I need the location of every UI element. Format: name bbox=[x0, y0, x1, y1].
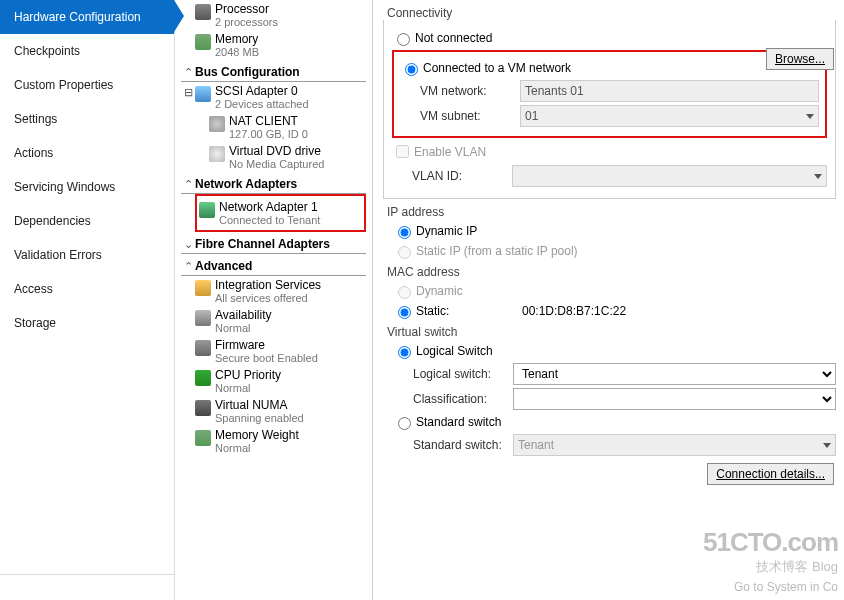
section-network-adapters[interactable]: ⌃Network Adapters bbox=[181, 174, 366, 194]
radio-logical-switch-label: Logical Switch bbox=[416, 344, 493, 358]
tree-cpu-priority[interactable]: CPU PriorityNormal bbox=[195, 366, 366, 396]
watermark-logo: 51CTO.com bbox=[703, 527, 838, 558]
nav-access[interactable]: Access bbox=[0, 272, 174, 306]
radio-connected[interactable]: Connected to a VM network bbox=[400, 60, 819, 76]
vm-subnet-label: VM subnet: bbox=[420, 109, 520, 123]
radio-dynamic-ip-input[interactable] bbox=[398, 226, 411, 239]
radio-dynamic-ip-label: Dynamic IP bbox=[416, 224, 477, 238]
radio-connected-label: Connected to a VM network bbox=[423, 61, 571, 75]
nav-validation-errors[interactable]: Validation Errors bbox=[0, 238, 174, 272]
hardware-tree: Processor2 processors Memory2048 MB ⌃Bus… bbox=[175, 0, 373, 600]
tree-nat-client[interactable]: NAT CLIENT127.00 GB, ID 0 bbox=[209, 112, 366, 142]
tree-virtual-numa[interactable]: Virtual NUMASpanning enabled bbox=[195, 396, 366, 426]
radio-logical-switch[interactable]: Logical Switch bbox=[393, 343, 836, 359]
browse-button[interactable]: Browse... bbox=[766, 48, 834, 70]
vlan-id-dropdown bbox=[512, 165, 827, 187]
expand-icon[interactable]: ⌄ bbox=[181, 238, 195, 251]
enable-vlan-checkbox bbox=[396, 145, 409, 158]
memory-icon bbox=[195, 430, 211, 446]
left-navigation: Hardware Configuration Checkpoints Custo… bbox=[0, 0, 175, 600]
vm-subnet-dropdown[interactable]: 01 bbox=[520, 105, 819, 127]
tree-firmware[interactable]: FirmwareSecure boot Enabled bbox=[195, 336, 366, 366]
collapse-icon[interactable]: ⌃ bbox=[181, 66, 195, 79]
classification-label: Classification: bbox=[413, 392, 513, 406]
scsi-icon bbox=[195, 86, 211, 102]
radio-static-ip-input bbox=[398, 246, 411, 259]
radio-connected-input[interactable] bbox=[405, 63, 418, 76]
section-advanced[interactable]: ⌃Advanced bbox=[181, 256, 366, 276]
collapse-icon[interactable]: ⌃ bbox=[181, 260, 195, 273]
radio-standard-switch-input[interactable] bbox=[398, 417, 411, 430]
system-hint: Go to System in Co bbox=[734, 580, 838, 594]
tree-memory[interactable]: Memory2048 MB bbox=[195, 30, 366, 60]
numa-icon bbox=[195, 400, 211, 416]
connectivity-legend: Connectivity bbox=[383, 6, 836, 20]
vm-network-label: VM network: bbox=[420, 84, 520, 98]
radio-dynamic-mac: Dynamic bbox=[393, 283, 836, 299]
collapse-icon[interactable]: ⌃ bbox=[181, 178, 195, 191]
disk-icon bbox=[209, 116, 225, 132]
mac-address-legend: MAC address bbox=[383, 265, 836, 279]
radio-not-connected[interactable]: Not connected bbox=[392, 30, 827, 46]
vm-network-value: Tenants 01 bbox=[520, 80, 819, 102]
mac-address-value: 00:1D:D8:B7:1C:22 bbox=[522, 304, 626, 318]
tree-network-adapter-1[interactable]: Network Adapter 1Connected to Tenant bbox=[195, 194, 366, 232]
radio-standard-switch[interactable]: Standard switch bbox=[393, 414, 836, 430]
cpu-icon bbox=[195, 370, 211, 386]
enable-vlan-label: Enable VLAN bbox=[414, 145, 486, 159]
section-fibre-channel[interactable]: ⌄Fibre Channel Adapters bbox=[181, 234, 366, 254]
radio-static-ip-label: Static IP (from a static IP pool) bbox=[416, 244, 578, 258]
nav-settings[interactable]: Settings bbox=[0, 102, 174, 136]
radio-static-ip: Static IP (from a static IP pool) bbox=[393, 243, 836, 259]
virtual-switch-legend: Virtual switch bbox=[383, 325, 836, 339]
availability-icon bbox=[195, 310, 211, 326]
memory-icon bbox=[195, 34, 211, 50]
dvd-icon bbox=[209, 146, 225, 162]
standard-switch-dropdown: Tenant bbox=[513, 434, 836, 456]
radio-static-mac-input[interactable] bbox=[398, 306, 411, 319]
tree-memory-weight[interactable]: Memory WeightNormal bbox=[195, 426, 366, 456]
nav-storage[interactable]: Storage bbox=[0, 306, 174, 340]
expand-icon[interactable]: ⊟ bbox=[181, 86, 195, 99]
highlighted-vm-network-box: Connected to a VM network VM network: Te… bbox=[392, 50, 827, 138]
services-icon bbox=[195, 280, 211, 296]
nav-checkpoints[interactable]: Checkpoints bbox=[0, 34, 174, 68]
nav-servicing-windows[interactable]: Servicing Windows bbox=[0, 170, 174, 204]
details-pane: Connectivity Not connected Connected to … bbox=[373, 0, 844, 600]
connection-details-button[interactable]: Connection details... bbox=[707, 463, 834, 485]
nav-hardware-configuration[interactable]: Hardware Configuration bbox=[0, 0, 174, 34]
tree-availability[interactable]: AvailabilityNormal bbox=[195, 306, 366, 336]
radio-dynamic-mac-label: Dynamic bbox=[416, 284, 463, 298]
nav-dependencies[interactable]: Dependencies bbox=[0, 204, 174, 238]
watermark-sub: 技术博客 Blog bbox=[703, 558, 838, 576]
radio-dynamic-mac-input bbox=[398, 286, 411, 299]
radio-logical-switch-input[interactable] bbox=[398, 346, 411, 359]
processor-icon bbox=[195, 4, 211, 20]
tree-scsi-adapter[interactable]: ⊟ SCSI Adapter 02 Devices attached bbox=[181, 82, 366, 112]
tree-integration-services[interactable]: Integration ServicesAll services offered bbox=[195, 276, 366, 306]
radio-not-connected-input[interactable] bbox=[397, 33, 410, 46]
firmware-icon bbox=[195, 340, 211, 356]
nic-icon bbox=[199, 202, 215, 218]
ip-address-legend: IP address bbox=[383, 205, 836, 219]
tree-virtual-dvd[interactable]: Virtual DVD driveNo Media Captured bbox=[209, 142, 366, 172]
standard-switch-label: Standard switch: bbox=[413, 438, 513, 452]
radio-not-connected-label: Not connected bbox=[415, 31, 492, 45]
radio-static-mac-label: Static: bbox=[416, 304, 492, 318]
logical-switch-dropdown[interactable]: Tenant bbox=[513, 363, 836, 385]
nav-custom-properties[interactable]: Custom Properties bbox=[0, 68, 174, 102]
watermark: 51CTO.com 技术博客 Blog bbox=[703, 527, 838, 576]
enable-vlan-row: Enable VLAN bbox=[392, 142, 827, 161]
section-bus-configuration[interactable]: ⌃Bus Configuration bbox=[181, 62, 366, 82]
radio-standard-switch-label: Standard switch bbox=[416, 415, 501, 429]
vlan-id-label: VLAN ID: bbox=[412, 169, 512, 183]
nav-actions[interactable]: Actions bbox=[0, 136, 174, 170]
radio-static-mac[interactable]: Static: 00:1D:D8:B7:1C:22 bbox=[393, 303, 836, 319]
classification-dropdown[interactable] bbox=[513, 388, 836, 410]
logical-switch-label: Logical switch: bbox=[413, 367, 513, 381]
tree-processor[interactable]: Processor2 processors bbox=[195, 0, 366, 30]
root: Hardware Configuration Checkpoints Custo… bbox=[0, 0, 844, 600]
radio-dynamic-ip[interactable]: Dynamic IP bbox=[393, 223, 836, 239]
